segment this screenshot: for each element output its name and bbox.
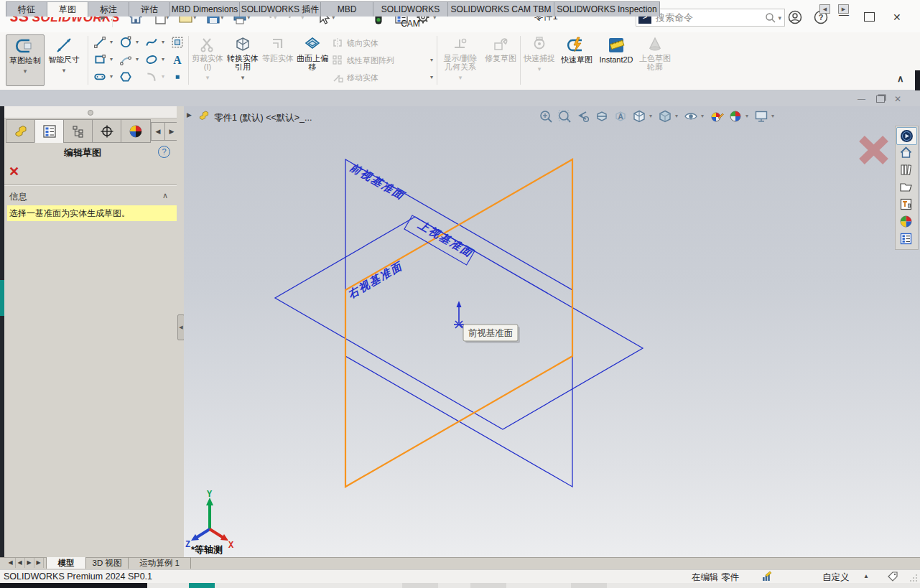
- maximize-button[interactable]: [864, 12, 875, 22]
- resize-grip[interactable]: [909, 574, 918, 582]
- shaded-contours-label: 上色草图轮廓: [639, 54, 671, 71]
- tab-3d-views[interactable]: 3D 视图: [85, 557, 129, 569]
- tab-dimxpert-manager[interactable]: [92, 119, 122, 143]
- task-pane-design-library[interactable]: [896, 162, 916, 178]
- tag-icon[interactable]: [887, 571, 898, 582]
- display-relations-button: 显示/删除几何关系 ▾: [440, 34, 481, 85]
- tape-prev-button[interactable]: ◀: [15, 558, 25, 568]
- task-pane-custom-properties[interactable]: [896, 230, 916, 247]
- pane-left-icon[interactable]: ◀: [819, 4, 830, 14]
- task-pane-file-explorer[interactable]: [896, 179, 916, 195]
- smart-dimension-button[interactable]: 智能尺寸 ▾: [46, 34, 82, 85]
- arc-dropdown[interactable]: ▾: [134, 56, 141, 62]
- rapid-sketch-icon: [567, 36, 586, 55]
- info-collapse-icon[interactable]: ∧: [162, 191, 168, 200]
- tab-feature-tree[interactable]: [6, 119, 36, 143]
- search-icon[interactable]: [765, 12, 776, 24]
- ribbon-separator: [188, 36, 189, 85]
- task-pane-appearances[interactable]: [896, 213, 916, 230]
- convert-entities-button[interactable]: 转换实体引用 ▾: [226, 34, 260, 85]
- cmdbar-close-icon[interactable]: ✕: [894, 94, 901, 104]
- scene-3d[interactable]: 前视基准面 上视基准面 右视基准面 前视基准面: [184, 106, 920, 557]
- panel-help-icon[interactable]: ?: [158, 146, 170, 158]
- spline-tool[interactable]: [145, 36, 158, 49]
- tab-addins[interactable]: SOLIDWORKS 插件: [239, 1, 321, 17]
- task-pane-3dexperience[interactable]: [896, 127, 917, 145]
- tab-motion-study[interactable]: 运动算例 1: [128, 557, 191, 569]
- file-explorer-icon: [899, 180, 913, 194]
- ellipse-dropdown[interactable]: ▾: [159, 56, 167, 62]
- sketch-picture-tool[interactable]: [171, 36, 184, 49]
- sketch-dropdown[interactable]: ▾: [6, 67, 44, 75]
- offset-on-surface-button[interactable]: 曲面上偏移: [296, 34, 329, 85]
- circle-dropdown[interactable]: ▾: [134, 39, 141, 45]
- tab-cam[interactable]: SOLIDWORKS CAM: [373, 1, 448, 17]
- tab-features[interactable]: 特征: [6, 1, 47, 17]
- tab-annotate[interactable]: 标注: [88, 1, 129, 17]
- unit-system-icon[interactable]: [761, 571, 773, 582]
- rectangle-dropdown[interactable]: ▾: [108, 56, 115, 62]
- tab-cam-tbm[interactable]: SOLIDWORKS CAM TBM: [447, 1, 554, 17]
- convert-dropdown[interactable]: ▾: [226, 73, 260, 82]
- smart-dimension-dropdown[interactable]: ▾: [46, 66, 82, 75]
- instant2d-button[interactable]: Instant2D: [596, 34, 636, 85]
- tab-inspection[interactable]: SOLIDWORKS Inspection: [554, 1, 660, 17]
- search-input[interactable]: 搜索命令: [656, 11, 765, 24]
- cancel-sketch-icon[interactable]: ✕: [9, 164, 19, 179]
- line-dropdown[interactable]: ▾: [108, 39, 115, 45]
- right-plane-label[interactable]: 右视基准面: [345, 259, 405, 301]
- tape-first-button[interactable]: ◀: [6, 558, 16, 568]
- rapid-sketch-button[interactable]: 快速草图: [559, 34, 595, 85]
- offset-on-surface-label: 曲面上偏移: [297, 54, 328, 71]
- quick-snaps-button: 快速捕捉 ▾: [523, 34, 556, 85]
- tab-model[interactable]: 模型: [46, 557, 86, 569]
- slot-tool[interactable]: [93, 70, 106, 83]
- fillet-tool[interactable]: [145, 70, 158, 83]
- tab-sketch[interactable]: 草图: [47, 1, 88, 17]
- repair-sketch-label: 修复草图: [485, 54, 516, 62]
- panel-tab-scroll-left[interactable]: ◀: [151, 122, 165, 141]
- slot-dropdown[interactable]: ▾: [108, 73, 115, 80]
- front-plane-label[interactable]: 前视基准面: [348, 161, 408, 202]
- status-customize[interactable]: 自定义: [822, 571, 850, 584]
- info-section-label: 信息: [9, 191, 27, 203]
- sketch-button[interactable]: 草图绘制 ▾: [6, 34, 45, 86]
- close-button[interactable]: ✕: [893, 11, 901, 23]
- pane-right-icon[interactable]: ▶: [838, 4, 849, 14]
- panel-splitter-dot: [88, 110, 93, 116]
- ribbon-collapse-chevron[interactable]: ∧: [897, 73, 904, 84]
- search-dropdown[interactable]: ▾: [778, 10, 781, 26]
- task-pane-view-palette[interactable]: [896, 196, 916, 213]
- polygon-tool[interactable]: [119, 70, 132, 83]
- tab-evaluate[interactable]: 评估: [129, 1, 170, 17]
- text-tool[interactable]: A: [171, 53, 184, 66]
- tab-property-manager[interactable]: [34, 119, 65, 143]
- account-icon[interactable]: [788, 10, 802, 24]
- rectangle-tool[interactable]: [93, 53, 106, 66]
- move-entities-button: 移动实体: [332, 70, 432, 85]
- ellipse-tool[interactable]: [145, 53, 158, 66]
- tab-mbd-dimensions[interactable]: MBD Dimensions: [169, 1, 240, 17]
- circle-tool[interactable]: [119, 36, 132, 49]
- tab-configuration-manager[interactable]: [63, 119, 93, 143]
- tab-display-manager[interactable]: [121, 119, 151, 143]
- customize-up-icon[interactable]: ▲: [863, 573, 869, 579]
- svg-text:?: ?: [819, 13, 824, 22]
- line-tool[interactable]: [93, 36, 106, 49]
- trim-dropdown: ▾: [191, 73, 224, 82]
- triad-y-label: Y: [207, 490, 213, 500]
- tape-last-button[interactable]: ▶: [34, 558, 44, 568]
- linear-pattern-button: 线性草图阵列: [332, 53, 432, 67]
- task-pane-home[interactable]: [896, 144, 916, 161]
- cmdbar-minimize-icon[interactable]: —: [858, 94, 865, 103]
- part-icon: [14, 124, 28, 139]
- exit-sketch-icon[interactable]: [862, 139, 886, 162]
- sketch-label: 草图绘制: [9, 56, 41, 65]
- triad-x-label: X: [228, 541, 234, 551]
- spline-dropdown[interactable]: ▾: [159, 39, 167, 45]
- cmdbar-restore-icon[interactable]: [876, 95, 885, 103]
- arc-tool[interactable]: [119, 53, 132, 66]
- tape-next-button[interactable]: ▶: [24, 558, 34, 568]
- point-tool[interactable]: [171, 70, 184, 83]
- tab-mbd[interactable]: MBD: [320, 1, 373, 17]
